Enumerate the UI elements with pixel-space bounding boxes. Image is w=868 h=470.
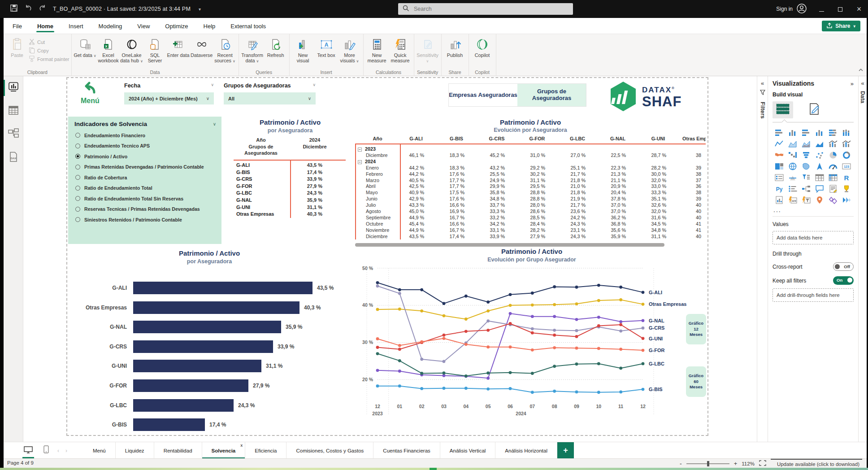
ribbon-button-get-data[interactable]: Get data ∨ xyxy=(74,36,97,58)
mobile-layout-icon[interactable] xyxy=(41,444,51,457)
redo-icon[interactable] xyxy=(39,4,47,14)
prev-page-icon[interactable]: ‹ xyxy=(57,448,59,454)
update-available-link[interactable]: Update available (click to download) xyxy=(771,459,862,468)
viz-icon-filled-area-chart[interactable] xyxy=(813,138,826,149)
patrimonio-activo-table[interactable]: Patrimonio / Activopor Aseguradora Año 2… xyxy=(232,118,348,221)
zoom-slider[interactable] xyxy=(686,463,729,464)
viz-icon-power-automate-visual[interactable] xyxy=(799,194,813,205)
viz-icon-smart-narrative[interactable] xyxy=(826,183,840,194)
grupos-aseguradoras-button[interactable]: Grupos de Aseguradoras xyxy=(517,84,586,106)
more-visual-types-button[interactable]: ... xyxy=(773,206,854,213)
menu-tab-optimize[interactable]: Optimize xyxy=(164,19,189,33)
indicator-option[interactable]: Patrimonio / Activo xyxy=(68,151,221,162)
viz-icon-area-chart[interactable] xyxy=(786,138,799,149)
ribbon-button-new-visual[interactable]: New visual xyxy=(291,36,315,64)
menu-tab-help[interactable]: Help xyxy=(203,19,217,33)
share-button[interactable]: Share ∨ xyxy=(822,21,860,31)
ribbon-button-format-painter[interactable]: Format painter xyxy=(29,56,69,63)
radio-icon[interactable] xyxy=(75,186,80,191)
zoom-out-button[interactable]: - xyxy=(680,460,682,467)
viz-icon-more-visuals[interactable] xyxy=(840,194,853,205)
viz-icon-azure-map[interactable] xyxy=(813,161,826,172)
ribbon-button-new-measure[interactable]: New measure xyxy=(365,36,389,64)
radio-icon[interactable] xyxy=(75,175,80,180)
ribbon-button-sql-server[interactable]: SQL Server xyxy=(143,36,167,64)
nav-dax-query-view[interactable]: DAX xyxy=(4,146,23,170)
bar[interactable] xyxy=(133,301,299,314)
patrimonio-activo-matrix[interactable]: Patrimonio / ActivoEvolución por Asegura… xyxy=(355,118,706,247)
grafico-12-meses-button[interactable]: Gráfico12Meses xyxy=(686,314,706,344)
viz-icon-line-chart[interactable] xyxy=(773,138,786,149)
page-tab-comisiones-costos-y-gastos[interactable]: Comisiones, Costos y Gastos xyxy=(286,442,373,459)
undo-icon[interactable] xyxy=(24,4,32,14)
viz-icon-key-influencers[interactable] xyxy=(786,183,799,194)
viz-icon-table[interactable] xyxy=(813,172,826,183)
ribbon-button-recent-sources[interactable]: Recent sources ∨ xyxy=(213,36,237,64)
format-visual-tab[interactable] xyxy=(805,101,824,118)
viz-icon-ribbon-chart[interactable] xyxy=(773,149,786,161)
viz-icon-qa-visual[interactable] xyxy=(813,183,826,194)
ribbon-button-text-box[interactable]: A Text box xyxy=(315,36,338,58)
viz-icon-power-apps[interactable]: 123 xyxy=(786,194,799,205)
page-tab-análisis-vertical[interactable]: Análisis Vertical xyxy=(440,442,496,459)
viz-icon-treemap[interactable] xyxy=(773,161,786,172)
nav-model-view[interactable] xyxy=(4,123,23,146)
viz-icon-funnel-chart[interactable] xyxy=(799,149,813,161)
ribbon-button-more-visuals[interactable]: More visuals ∨ xyxy=(338,36,361,64)
ribbon-button-refresh[interactable]: Refresh xyxy=(264,36,287,58)
viz-icon-stacked-area-chart[interactable] xyxy=(799,138,813,149)
ribbon-button-dataverse[interactable]: Dataverse xyxy=(190,36,213,58)
menu-back-button[interactable]: Menú xyxy=(81,81,112,105)
collapse-icon[interactable]: − xyxy=(358,148,362,152)
menu-tab-insert[interactable]: Insert xyxy=(68,19,84,33)
ribbon-button-transform-data[interactable]: Transform data ∨ xyxy=(241,36,264,64)
indicator-option[interactable]: Primas Retenidas Devengadas / Patrimonio… xyxy=(68,162,221,173)
bar[interactable] xyxy=(133,399,234,412)
page-tab-liquidez[interactable]: Liquidez xyxy=(116,442,154,459)
viz-icon-pie-chart[interactable] xyxy=(826,149,840,161)
radio-icon[interactable] xyxy=(75,165,80,170)
bar[interactable] xyxy=(133,282,312,294)
viz-icon-r-script-visual[interactable]: R xyxy=(840,172,853,183)
search-box[interactable] xyxy=(398,3,573,15)
radio-icon[interactable] xyxy=(75,154,80,159)
viz-icon-arcgis-map[interactable] xyxy=(813,194,826,205)
ribbon-button-paste[interactable]: Paste xyxy=(5,36,29,58)
viz-icon-card[interactable]: 123 xyxy=(840,161,853,172)
viz-icon-clustered-bar-chart[interactable] xyxy=(799,127,813,138)
filters-rail[interactable]: « Filters xyxy=(757,76,768,442)
viz-icon-scatter-chart[interactable] xyxy=(813,149,826,161)
viz-icon-map[interactable] xyxy=(786,161,799,172)
ribbon-button-sensitivity[interactable]: Sensitivity ∨ xyxy=(416,36,439,64)
radio-icon[interactable] xyxy=(75,207,80,212)
ribbon-button-onelake-data-hub[interactable]: OneLake data hub ∨ xyxy=(120,36,143,64)
viz-icon-line-and-stacked-column-chart[interactable] xyxy=(826,138,840,149)
radio-icon[interactable] xyxy=(75,133,80,138)
menu-tab-home[interactable]: Home xyxy=(36,19,54,33)
matrix-horizontal-scrollbar[interactable] xyxy=(355,243,664,247)
menu-tab-external-tools[interactable]: External tools xyxy=(230,19,267,33)
viz-icon-100-stacked-column-chart[interactable] xyxy=(840,127,853,138)
add-drill-through-fields-dropzone[interactable]: Add drill-through fields here xyxy=(773,288,854,302)
viz-icon-stacked-column-chart[interactable] xyxy=(786,127,799,138)
search-input[interactable] xyxy=(413,5,569,13)
sign-in-button[interactable]: Sign in xyxy=(776,3,807,15)
viz-icon-filled-map[interactable] xyxy=(799,161,813,172)
nav-table-view[interactable] xyxy=(4,100,23,123)
collapse-panel-icon[interactable]: » xyxy=(851,80,854,87)
ribbon-button-copilot[interactable]: Copilot xyxy=(471,36,494,58)
chevron-down-icon[interactable]: ∨ xyxy=(213,122,216,126)
viz-icon-matrix[interactable] xyxy=(826,172,840,183)
title-dropdown-icon[interactable]: ▾ xyxy=(199,7,201,12)
nav-report-view[interactable] xyxy=(4,76,23,100)
bar[interactable] xyxy=(133,340,273,353)
account-avatar-icon[interactable] xyxy=(796,3,807,15)
expand-data-icon[interactable]: « xyxy=(859,80,867,87)
viz-icon-line-and-clustered-column-chart[interactable] xyxy=(840,138,853,149)
bar[interactable] xyxy=(133,321,281,333)
ribbon-button-copy[interactable]: Copy xyxy=(29,47,69,54)
viz-icon-stacked-bar-chart[interactable] xyxy=(773,127,786,138)
viz-icon-waterfall-chart[interactable] xyxy=(786,149,799,161)
fecha-slicer-value[interactable]: 2024 (Año) + Diciembre (Mes)∨ xyxy=(124,92,214,104)
viz-icon-goals[interactable] xyxy=(840,183,853,194)
